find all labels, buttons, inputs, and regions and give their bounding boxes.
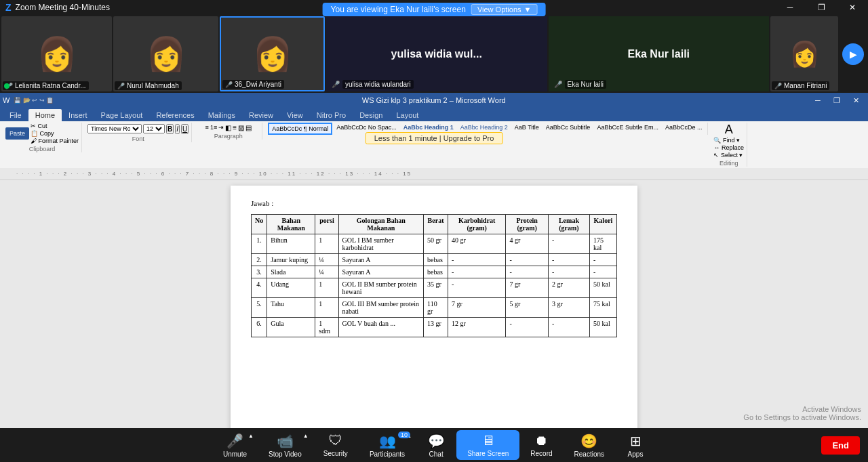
col-porsi: porsi [315, 215, 338, 234]
font-family-select[interactable]: Times New Rom... [87, 124, 142, 133]
tab-insert[interactable]: Insert [62, 109, 94, 121]
copy-button[interactable]: 📋 Copy [31, 130, 79, 137]
nav-arrow-right[interactable]: ▶ [840, 16, 867, 91]
screen-share-banner: You are viewing Eka Nur laili's screen V… [323, 3, 546, 16]
style-subtitle[interactable]: AaBbCc Subtitle [543, 123, 593, 132]
style-normal[interactable]: AaBbCcDc ¶ Normal [268, 123, 332, 135]
participants-label: Participants [370, 450, 405, 458]
col-lemak: Lemak (gram) [548, 215, 589, 234]
style-subtle-em[interactable]: AaBbCcE Subtle Em... [594, 123, 661, 132]
word-restore[interactable]: ❐ [827, 93, 846, 108]
tab-references[interactable]: References [149, 109, 201, 121]
chat-button[interactable]: 💬 Chat [416, 430, 456, 461]
format-painter-button[interactable]: 🖌 Format Painter [31, 138, 79, 144]
style-no-space[interactable]: AaBbCcDc No Spac... [334, 123, 399, 132]
tab-mailings[interactable]: Mailings [201, 109, 242, 121]
chat-label: Chat [429, 450, 443, 458]
tab-view[interactable]: View [280, 109, 310, 121]
replace-button[interactable]: ↔ Replace [713, 144, 744, 151]
table-row: 1.Bihun1GOL I BM sumber karbohidrat50 gr… [252, 234, 617, 254]
font-size-select[interactable]: 12 [143, 124, 165, 133]
large-participant-eka[interactable]: Eka Nur laili 🎤 Eka Nur laili [549, 16, 770, 91]
style-heading1[interactable]: AaBbc Heading 1 [401, 123, 456, 132]
stop-video-label: Stop Video [269, 450, 302, 458]
style-title[interactable]: AaB Title [512, 123, 542, 132]
align-left-button[interactable]: ◧ [225, 124, 231, 131]
word-titlebar: W 💾 📂 ↩ ↪ 📋 WS Gizi klp 3 praktikum 2 – … [0, 93, 868, 108]
tab-layout[interactable]: Layout [389, 109, 425, 121]
paste-button[interactable]: Paste [5, 127, 29, 140]
video-thumb-manan[interactable]: 👩 🎤 Manan Fitriani [770, 16, 838, 91]
reactions-button[interactable]: 😊 Reactions [564, 430, 615, 461]
unmute-caret[interactable]: ▲ [248, 433, 254, 439]
tab-file[interactable]: File [3, 109, 28, 121]
styles-icon[interactable]: A [725, 123, 733, 137]
underline-button[interactable]: U [181, 124, 189, 134]
unmute-button[interactable]: ▲ 🎤 Unmute [212, 430, 258, 461]
list-button[interactable]: ≡ [205, 124, 209, 131]
numbered-list-button[interactable]: 1≡ [210, 124, 217, 131]
style-heading2[interactable]: AaBbc Heading 2 [458, 123, 511, 132]
video-thumb-1[interactable]: 👩 🎤 Lelianita Ratna Candr... [1, 16, 112, 91]
align-center-button[interactable]: ≡ [233, 124, 237, 131]
avatar-manan: 👩 [770, 16, 838, 91]
word-minimize[interactable]: ─ [808, 93, 827, 108]
end-button[interactable]: End [821, 436, 860, 455]
large-participant-yulisa[interactable]: yulisa widia wul... 🎤 yulisa widia wulan… [326, 16, 547, 91]
table-row: 5.Tahu1GOL III BM sumber protein nabati1… [252, 298, 617, 318]
main-content: W 💾 📂 ↩ ↪ 📋 WS Gizi klp 3 praktikum 2 – … [0, 93, 868, 428]
upgrade-banner[interactable]: Less than 1 minute | Upgrade to Pro [366, 132, 503, 144]
reactions-icon: 😊 [580, 433, 597, 449]
video-thumb-2[interactable]: 👩 🎤 Nurul Mahmudah [113, 16, 218, 91]
chat-icon: 💬 [428, 433, 445, 449]
record-button[interactable]: ⏺ Record [519, 430, 563, 460]
ribbon-group-font: Times New Rom... 12 B I U Font [85, 123, 192, 142]
cut-button[interactable]: ✂ Cut [31, 123, 79, 129]
doc-page[interactable]: Jawab : No Bahan Makanan porsi Golongan … [231, 186, 637, 428]
yulisa-name-tag: 🎤 yulisa widia wulandari [332, 80, 414, 89]
style-more[interactable]: AaBbCcDe ... [663, 123, 705, 132]
tab-review[interactable]: Review [242, 109, 280, 121]
restore-button[interactable]: ❐ [806, 0, 837, 15]
col-berat: Berat [424, 215, 448, 234]
find-button[interactable]: 🔍 Find ▾ [713, 137, 744, 144]
participants-badge: 10 [398, 432, 410, 438]
close-button[interactable]: ✕ [837, 0, 868, 15]
video-icon: 📹 [277, 433, 294, 449]
eka-name-display: Eka Nur laili [627, 48, 690, 60]
minimize-button[interactable]: ─ [774, 0, 806, 15]
apps-label: Apps [628, 450, 644, 458]
indent-button[interactable]: ⇥ [218, 124, 224, 131]
col-karbo: Karbohidrat (gram) [448, 215, 505, 234]
italic-button[interactable]: I [175, 124, 180, 134]
tab-design[interactable]: Design [353, 109, 389, 121]
view-options-button[interactable]: View Options ▼ [471, 4, 538, 15]
select-button[interactable]: ↖ Select ▾ [713, 152, 744, 159]
name-tag-3: 🎤 36_Dwi Ariyanti [222, 80, 284, 89]
participants-button[interactable]: ▲ 👥 10 Participants [359, 430, 416, 461]
video-thumb-3[interactable]: 👩 🎤 36_Dwi Ariyanti [220, 16, 325, 91]
security-button[interactable]: 🛡 Security [313, 430, 359, 460]
video-caret[interactable]: ▲ [303, 433, 309, 439]
tab-home[interactable]: Home [28, 109, 62, 121]
participants-icon: 👥 [379, 433, 396, 449]
word-close[interactable]: ✕ [846, 93, 865, 108]
tab-nitro[interactable]: Nitro Pro [310, 109, 353, 121]
record-label: Record [530, 450, 552, 457]
align-right-button[interactable]: ▨ [238, 124, 244, 131]
col-no: No [252, 215, 267, 234]
avatar-1: 👩 [1, 16, 112, 91]
tab-page-layout[interactable]: Page Layout [94, 109, 150, 121]
apps-button[interactable]: ⊞ Apps [615, 430, 656, 461]
share-screen-button[interactable]: 🖥 Share Screen [456, 430, 519, 460]
ruler: · · · · 1 · · · 2 · · · 3 · · · 4 · · · … [0, 168, 868, 180]
stop-video-button[interactable]: ▲ 📹 Stop Video [258, 430, 313, 461]
bold-button[interactable]: B [166, 124, 174, 134]
eka-name-tag: 🎤 Eka Nur laili [554, 80, 606, 89]
editing-label: Editing [719, 160, 738, 167]
font-label: Font [132, 135, 144, 142]
justify-button[interactable]: ▤ [245, 124, 252, 131]
name-tag-2: 🎤 Nurul Mahmudah [115, 81, 182, 90]
ribbon-tabs: File Home Insert Page Layout References … [0, 108, 868, 121]
microphone-icon: 🎤 [226, 433, 243, 449]
